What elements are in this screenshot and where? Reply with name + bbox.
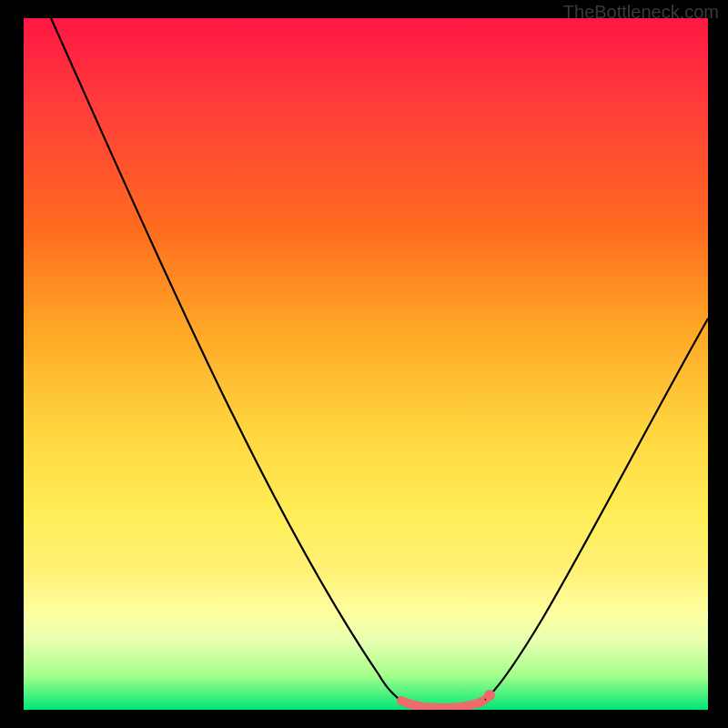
bottleneck-curve <box>24 18 708 710</box>
svg-point-0 <box>484 690 495 701</box>
